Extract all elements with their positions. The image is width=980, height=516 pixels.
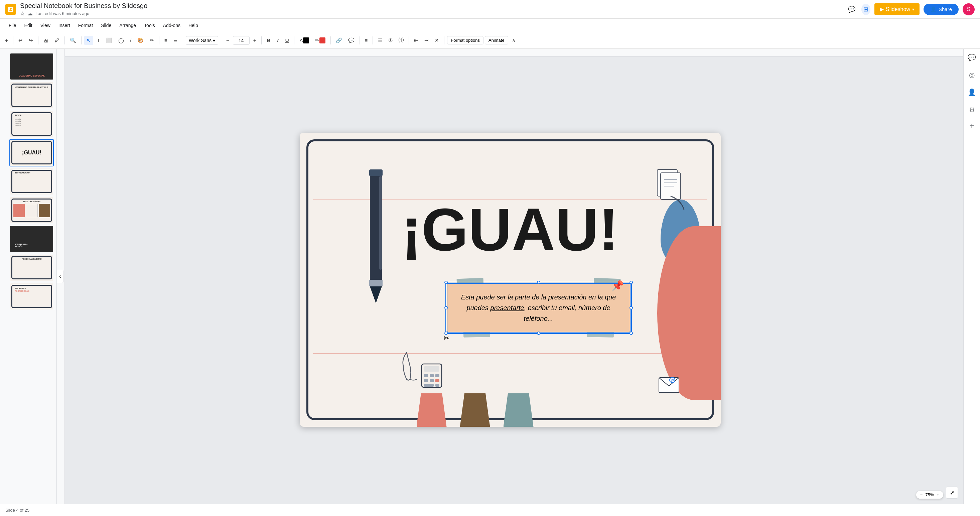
list-button[interactable]: ≣ xyxy=(171,36,180,45)
highlight-swatch xyxy=(320,37,325,43)
menu-tools[interactable]: Tools xyxy=(141,21,158,29)
toolbar-collapse-btn[interactable]: ∧ xyxy=(509,36,518,45)
pen-tool[interactable]: ✏ xyxy=(147,36,156,45)
app-icon[interactable] xyxy=(5,4,16,15)
animate-button[interactable]: Animate xyxy=(485,36,508,45)
right-panel-shapes-icon[interactable]: ◎ xyxy=(967,69,977,81)
line-tool[interactable]: / xyxy=(128,36,134,45)
font-selector[interactable]: Work Sans ▾ xyxy=(186,36,218,45)
redo-button[interactable]: ↪ xyxy=(26,36,35,45)
expand-button[interactable]: ⤢ xyxy=(946,487,958,498)
doc-meta: ☆ ☁ Last edit was 6 minutes ago xyxy=(20,10,842,17)
slide-thumb-5[interactable]: INTRODUCCIÓN xyxy=(10,168,54,195)
alt-list-button[interactable]: ⑴ xyxy=(396,35,406,45)
star-icon[interactable]: ☆ xyxy=(20,10,25,17)
toolbar-sep-11 xyxy=(360,37,360,45)
zoom-minus[interactable]: − xyxy=(920,492,923,497)
text-color-button[interactable]: A xyxy=(297,36,311,45)
zoom-level[interactable]: 75% xyxy=(925,492,934,497)
color-fill-button[interactable]: 🎨 xyxy=(135,36,146,45)
print-button[interactable]: 🖨 xyxy=(41,36,51,45)
avatar[interactable]: S xyxy=(963,3,975,15)
slide-thumb-6[interactable]: TRES COLUMNAS xyxy=(10,196,54,224)
font-size-increase[interactable]: + xyxy=(251,36,259,45)
add-button[interactable]: + xyxy=(3,36,10,45)
menu-file[interactable]: File xyxy=(5,21,20,29)
cloud-icon: ☁ xyxy=(27,10,33,17)
slides-panel: 1 CUADERNO ESPECIAL 2 CONTENIDO DE ESTA … xyxy=(0,49,57,504)
menu-addons[interactable]: Add-ons xyxy=(160,21,184,29)
image-tool[interactable]: ⬜ xyxy=(103,36,115,45)
right-panel-add-icon[interactable]: + xyxy=(969,121,974,131)
zoom-button[interactable]: 🔍 xyxy=(67,36,78,45)
slide-thumb-9[interactable]: PALABRAS ASOMBROSAS xyxy=(10,283,54,310)
paint-format-button[interactable]: 🖊 xyxy=(52,36,62,45)
numbered-list-button[interactable]: ① xyxy=(386,36,395,45)
doc-title-area: Special Notebook for Business by Slidesg… xyxy=(20,2,842,17)
sticky-note-container[interactable]: Esta puede ser la parte de la presentaci… xyxy=(447,283,630,333)
main-guau-text[interactable]: ¡GUAU! xyxy=(300,199,721,260)
link-button[interactable]: 🔗 xyxy=(334,36,345,45)
slideshow-button[interactable]: ▶ Slideshow ▾ xyxy=(874,3,920,15)
slide-thumb-2[interactable]: CONTENIDO DE ESTA PLANTILLA xyxy=(10,81,54,109)
comments-icon-btn[interactable]: 💬 xyxy=(846,4,858,15)
slide-canvas[interactable]: ¡GUAU! xyxy=(300,133,721,427)
menu-slide[interactable]: Slide xyxy=(97,21,115,29)
menu-insert[interactable]: Insert xyxy=(55,21,73,29)
menu-view[interactable]: View xyxy=(37,21,54,29)
svg-rect-13 xyxy=(424,374,428,377)
canvas-area[interactable]: ¡GUAU! xyxy=(57,49,963,504)
slide-thumb-3[interactable]: ÍNDICE SECCIÓNSECCIÓNSECCIÓNSECCIÓN xyxy=(10,110,54,138)
right-panel-person-icon[interactable]: 👤 xyxy=(966,86,978,98)
menu-arrange[interactable]: Arrange xyxy=(116,21,139,29)
right-panel-comments-icon[interactable]: 💬 xyxy=(966,51,978,64)
svg-rect-18 xyxy=(435,379,439,382)
menu-format[interactable]: Format xyxy=(75,21,96,29)
sidebar-collapse-button[interactable]: ‹ xyxy=(57,270,64,283)
comment-button[interactable]: 💬 xyxy=(346,36,357,45)
email-decoration: @ xyxy=(657,373,681,400)
slide-thumb-container-9: 9 PALABRAS ASOMBROSAS xyxy=(0,283,56,310)
text-tool[interactable]: T xyxy=(95,36,102,45)
slide-thumb-container-1: 1 CUADERNO ESPECIAL xyxy=(0,53,56,80)
paragraph-align-button[interactable]: ≡ xyxy=(162,36,170,45)
italic-button[interactable]: I xyxy=(274,36,281,45)
underline-button[interactable]: U xyxy=(283,36,292,45)
slide-thumb-container-8: 8 ¡TRES COLUMNAS MÁS! xyxy=(0,254,56,281)
bold-button[interactable]: B xyxy=(264,36,273,45)
slide-thumb-4[interactable]: ¡GUAU! xyxy=(10,139,54,166)
font-size-decrease[interactable]: − xyxy=(224,36,232,45)
toolbar-sep-1 xyxy=(13,37,13,45)
clear-format-button[interactable]: ✕ xyxy=(432,36,441,45)
right-panel-settings-icon[interactable]: ⚙ xyxy=(967,104,977,116)
indent-less-button[interactable]: ⇤ xyxy=(412,36,421,45)
topbar-right: 💬 ⊞ ▶ Slideshow ▾ 👤 Share S xyxy=(846,3,975,15)
toolbar-sep-8 xyxy=(261,37,262,45)
svg-rect-14 xyxy=(430,374,434,377)
slide-thumb-7[interactable]: NOMBRE DE LASECCIÓN xyxy=(10,225,54,253)
grid-icon-btn[interactable]: ⊞ xyxy=(861,4,870,15)
svg-rect-20 xyxy=(435,384,439,387)
format-options-button[interactable]: Format options xyxy=(447,36,484,45)
text-align-button[interactable]: ≡ xyxy=(363,36,370,45)
undo-button[interactable]: ↩ xyxy=(16,36,25,45)
toolbar-sep-4 xyxy=(81,37,81,45)
doc-title[interactable]: Special Notebook for Business by Slidesg… xyxy=(20,2,842,10)
toolbar-sep-14 xyxy=(444,37,444,45)
font-size-input[interactable]: 14 xyxy=(233,36,250,45)
slide-thumb-container-7: 7 NOMBRE DE LASECCIÓN xyxy=(0,225,56,253)
select-tool[interactable]: ↖ xyxy=(84,36,93,45)
zoom-control[interactable]: − 75% + xyxy=(916,491,943,498)
slide-thumb-container-2: 2 CONTENIDO DE ESTA PLANTILLA xyxy=(0,81,56,109)
bullet-list-button[interactable]: ☰ xyxy=(375,36,385,45)
shape-tool[interactable]: ◯ xyxy=(116,36,126,45)
menu-help[interactable]: Help xyxy=(185,21,202,29)
slide-thumb-8[interactable]: ¡TRES COLUMNAS MÁS! xyxy=(10,254,54,281)
orange-line-bottom xyxy=(313,353,707,354)
slide-thumb-1[interactable]: CUADERNO ESPECIAL xyxy=(10,53,54,80)
menu-edit[interactable]: Edit xyxy=(21,21,36,29)
zoom-plus[interactable]: + xyxy=(937,492,939,497)
highlight-color-button[interactable]: ✏ xyxy=(313,36,328,45)
share-button[interactable]: 👤 Share xyxy=(924,4,959,15)
indent-more-button[interactable]: ⇥ xyxy=(422,36,431,45)
